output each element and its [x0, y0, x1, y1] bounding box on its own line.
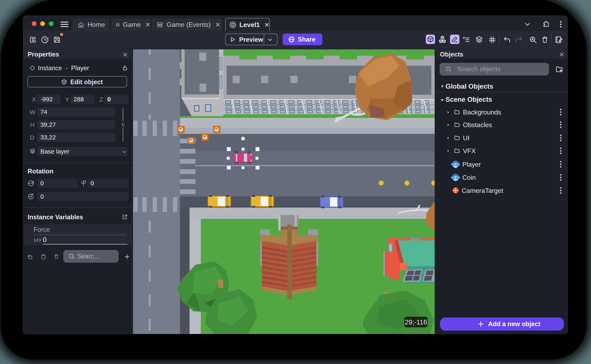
svg-text:29;-116: 29;-116 — [405, 318, 427, 326]
